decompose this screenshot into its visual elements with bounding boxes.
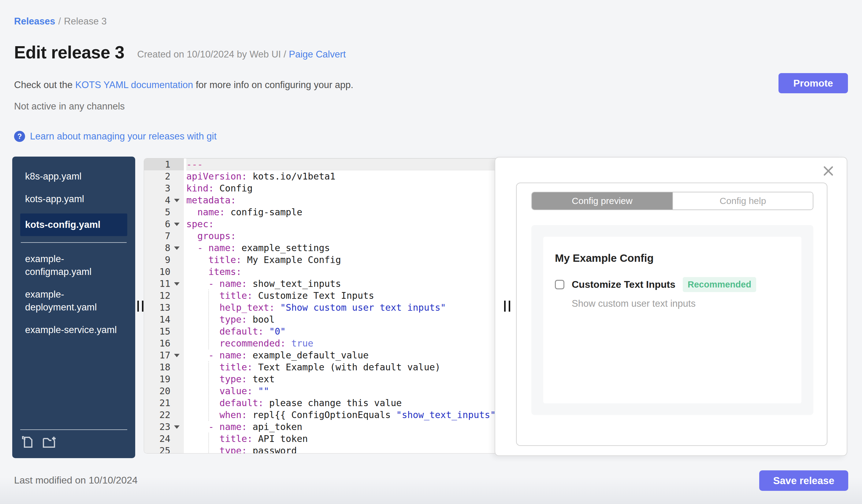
sidebar-file-example-configmap.yaml[interactable]: example-configmap.yaml <box>20 251 127 280</box>
code-line-13: help_text: "Show custom user text inputs… <box>186 302 501 314</box>
sidebar-resize-handle[interactable] <box>138 301 143 311</box>
fold-arrow-icon[interactable] <box>174 425 180 429</box>
doc-prefix: Check out the <box>14 80 75 90</box>
code-line-25: type: password <box>186 445 501 453</box>
code-line-2: apiVersion: kots.io/v1beta1 <box>186 170 501 182</box>
new-folder-icon[interactable] <box>42 435 57 450</box>
code-line-15: default: "0" <box>186 326 501 337</box>
config-preview-panel: Config previewConfig help My Example Con… <box>495 157 847 456</box>
panel-resize-handle[interactable] <box>504 301 510 311</box>
code-line-11: - name: show_text_inputs <box>186 278 501 290</box>
sidebar-footer <box>20 429 127 450</box>
line-number-20: 20 <box>144 385 184 397</box>
config-item-label[interactable]: Customize Text Inputs <box>572 279 676 290</box>
sidebar-divider <box>21 242 127 243</box>
code-line-16: recommended: true <box>186 337 501 349</box>
file-sidebar: k8s-app.yamlkots-app.yamlkots-config.yam… <box>12 157 135 458</box>
help-question-icon: ? <box>14 131 25 142</box>
fold-arrow-icon[interactable] <box>174 282 180 286</box>
line-number-15: 15 <box>144 326 184 337</box>
line-number-1: 1 <box>144 158 184 170</box>
code-line-6: spec: <box>186 218 501 230</box>
tab-config-preview[interactable]: Config preview <box>532 193 672 210</box>
code-line-4: metadata: <box>186 194 501 206</box>
line-number-19: 19 <box>144 373 184 385</box>
code-line-10: items: <box>186 266 501 278</box>
line-number-11: 11 <box>144 278 184 290</box>
code-line-19: type: text <box>186 373 501 385</box>
code-line-18: title: Text Example (with default value) <box>186 361 501 373</box>
file-list: k8s-app.yamlkots-app.yamlkots-config.yam… <box>20 168 127 429</box>
code-line-23: - name: api_token <box>186 421 501 433</box>
indent-guide <box>208 361 209 421</box>
indent-guide <box>208 290 209 349</box>
indent-guide <box>208 433 209 453</box>
editor-gutter: 1234567891011121314151617181920212223242… <box>144 158 184 453</box>
fold-arrow-icon[interactable] <box>174 199 180 202</box>
sidebar-file-k8s-app.yaml[interactable]: k8s-app.yaml <box>20 168 127 185</box>
line-number-17: 17 <box>144 349 184 361</box>
sidebar-file-kots-app.yaml[interactable]: kots-app.yaml <box>20 191 127 207</box>
code-line-14: type: bool <box>186 314 501 326</box>
line-number-12: 12 <box>144 290 184 302</box>
line-number-9: 9 <box>144 254 184 266</box>
fold-arrow-icon[interactable] <box>174 223 180 226</box>
config-group-title: My Example Config <box>555 252 790 264</box>
sidebar-file-kots-config.yaml[interactable]: kots-config.yaml <box>20 213 127 236</box>
tab-config-help[interactable]: Config help <box>672 193 813 210</box>
code-line-7: groups: <box>186 230 501 242</box>
line-number-21: 21 <box>144 397 184 409</box>
code-line-17: - name: example_default_value <box>186 349 501 361</box>
line-number-2: 2 <box>144 170 184 182</box>
fold-arrow-icon[interactable] <box>174 247 180 250</box>
code-line-8: - name: example_settings <box>186 242 501 254</box>
config-preview-container: Config previewConfig help My Example Con… <box>516 183 827 446</box>
promote-button[interactable]: Promote <box>779 73 848 93</box>
line-number-22: 22 <box>144 409 184 421</box>
created-text: Created on 10/10/2024 by Web UI / <box>138 49 289 59</box>
config-card: My Example Config Customize Text Inputs … <box>543 237 801 403</box>
breadcrumb: Releases/Release 3 <box>14 16 107 27</box>
line-number-6: 6 <box>144 218 184 230</box>
doc-suffix: for more info on configuring your app. <box>193 80 353 90</box>
config-tab-group: Config previewConfig help <box>531 192 813 210</box>
channel-status: Not active in any channels <box>14 101 125 112</box>
code-line-1: --- <box>186 158 501 170</box>
code-line-5: name: config-sample <box>186 206 501 218</box>
line-number-5: 5 <box>144 206 184 218</box>
breadcrumb-releases-link[interactable]: Releases <box>14 16 55 27</box>
line-number-16: 16 <box>144 337 184 349</box>
config-item-row: Customize Text Inputs Recommended <box>555 277 790 292</box>
line-number-18: 18 <box>144 361 184 373</box>
line-number-4: 4 <box>144 194 184 206</box>
editor-code-area[interactable]: ---apiVersion: kots.io/v1beta1kind: Conf… <box>184 158 501 453</box>
save-release-button[interactable]: Save release <box>759 470 848 491</box>
fold-arrow-icon[interactable] <box>174 354 180 357</box>
kots-yaml-doc-link[interactable]: KOTS YAML documentation <box>75 80 193 90</box>
code-line-12: title: Customize Text Inputs <box>186 290 501 302</box>
close-icon[interactable] <box>822 164 835 178</box>
yaml-editor[interactable]: 1234567891011121314151617181920212223242… <box>144 158 501 453</box>
sidebar-file-example-service.yaml[interactable]: example-service.yaml <box>20 322 127 338</box>
git-help-row[interactable]: ? Learn about managing your releases wit… <box>14 131 217 142</box>
git-releases-link[interactable]: Learn about managing your releases with … <box>30 131 217 142</box>
last-modified-text: Last modified on 10/10/2024 <box>14 475 138 486</box>
code-line-24: title: API token <box>186 433 501 445</box>
sidebar-file-example-deployment.yaml[interactable]: example-deployment.yaml <box>20 286 127 316</box>
line-number-3: 3 <box>144 182 184 194</box>
line-number-14: 14 <box>144 314 184 326</box>
line-number-7: 7 <box>144 230 184 242</box>
config-item-help: Show custom user text inputs <box>572 298 790 309</box>
code-line-3: kind: Config <box>186 182 501 194</box>
code-line-21: default: please change this value <box>186 397 501 409</box>
customize-text-inputs-checkbox[interactable] <box>555 280 564 289</box>
line-number-13: 13 <box>144 302 184 314</box>
breadcrumb-separator: / <box>58 16 61 27</box>
page-title: Edit release 3 <box>14 42 125 62</box>
config-preview-body: My Example Config Customize Text Inputs … <box>531 225 813 415</box>
code-line-9: title: My Example Config <box>186 254 501 266</box>
recommended-badge: Recommended <box>683 277 756 292</box>
new-file-icon[interactable] <box>20 435 35 450</box>
author-link[interactable]: Paige Calvert <box>289 49 346 59</box>
title-row: Edit release 3 Created on 10/10/2024 by … <box>14 42 346 62</box>
